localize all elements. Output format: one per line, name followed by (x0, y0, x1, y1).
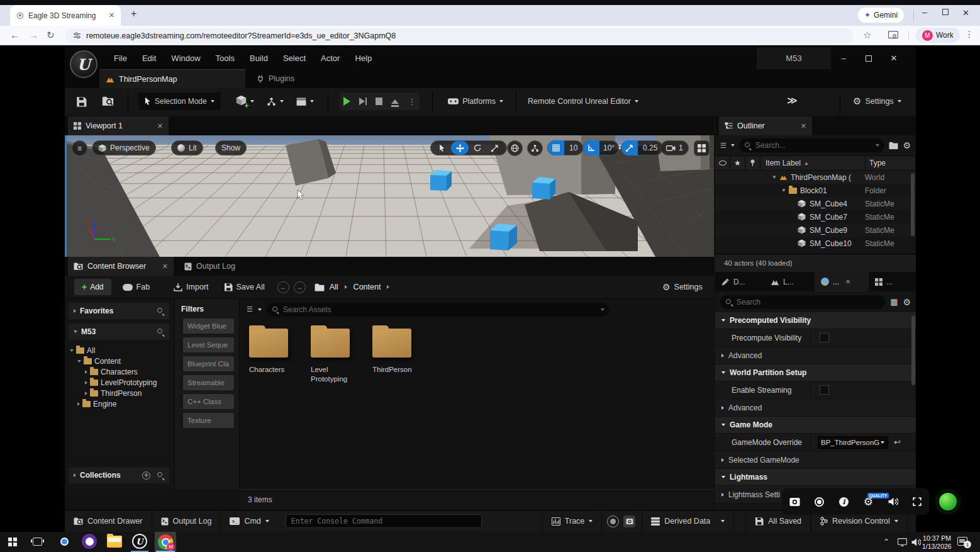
checkbox[interactable] (820, 333, 829, 342)
github-taskbar-icon[interactable] (82, 534, 98, 550)
window-close-button[interactable]: ✕ (962, 8, 969, 18)
asset-folder-levelprototyping[interactable]: Level Prototyping (311, 329, 355, 384)
chevron-down-icon[interactable] (876, 144, 879, 147)
new-tab-button[interactable]: + (131, 8, 136, 20)
tab-plugins[interactable]: Plugins (250, 69, 317, 88)
menu-help[interactable]: Help (347, 47, 379, 69)
camera-speed-control[interactable]: 1 (660, 140, 689, 155)
menu-tools[interactable]: Tools (208, 47, 242, 69)
camera-capture-icon[interactable] (623, 515, 635, 527)
fab-button[interactable]: Fab (115, 276, 158, 299)
cmd-dropdown[interactable]: >_ Cmd (221, 510, 277, 532)
close-icon[interactable]: ✕ (162, 262, 168, 271)
tree-content[interactable]: Content (65, 356, 173, 366)
angle-snap-value[interactable]: 10° (599, 140, 618, 155)
save-icon[interactable] (76, 96, 87, 107)
reset-icon[interactable]: ↩ (894, 437, 901, 447)
quality-settings-icon[interactable]: ⚙QUALITY (864, 495, 873, 509)
settings-dropdown[interactable]: ⚙ Settings (847, 88, 908, 115)
add-collection-icon[interactable]: + (142, 471, 150, 480)
move-tool[interactable] (451, 141, 469, 155)
filter-cpp-class[interactable]: C++ Class (180, 394, 234, 409)
favorites-header[interactable]: Favorites (69, 303, 169, 319)
filter-texture[interactable]: Texture (180, 413, 234, 428)
eject-button[interactable] (391, 99, 399, 104)
category-precomputed-visibility[interactable]: Precomputed Visibility (715, 312, 916, 329)
output-log-button[interactable]: Output Log (152, 510, 221, 532)
asset-folder-characters[interactable]: Characters (249, 329, 293, 375)
select-tool[interactable] (433, 140, 451, 155)
import-button[interactable]: Import (166, 276, 216, 299)
category-game-mode[interactable]: Game Mode (715, 417, 916, 434)
property-matrix-icon[interactable]: ▦ (890, 297, 898, 307)
back-nav-icon[interactable]: ← (277, 281, 289, 293)
start-button[interactable] (8, 538, 17, 546)
surface-snap-button[interactable] (527, 140, 543, 156)
speaker-icon[interactable] (888, 497, 898, 506)
platforms-dropdown[interactable]: Platforms (442, 88, 509, 115)
perspective-dropdown[interactable]: Perspective (92, 140, 156, 155)
fullscreen-icon[interactable] (913, 497, 922, 506)
outliner-row-cube9[interactable]: SM_Cube9 StaticMe (715, 223, 916, 237)
back-icon[interactable]: ← (10, 30, 19, 40)
viewport-maximize-button[interactable] (694, 140, 710, 156)
output-log-tab[interactable]: Output Log (179, 257, 253, 276)
editor-maximize-button[interactable] (856, 47, 881, 69)
filter-icon[interactable]: ☰ (720, 142, 727, 150)
close-icon[interactable]: ✕ (845, 278, 850, 285)
grid-snap-control[interactable]: 10 (547, 140, 583, 155)
scale-tool[interactable] (486, 140, 504, 155)
breadcrumb-all[interactable]: All (330, 283, 338, 291)
outliner-row-thirdpersonmap[interactable]: ▼ ThirdPersonMap ( World (715, 171, 916, 184)
menu-edit[interactable]: Edit (135, 47, 164, 69)
visibility-column-icon[interactable] (715, 155, 730, 171)
unreal-logo[interactable]: U (70, 50, 97, 78)
trace-dropdown[interactable]: Trace (542, 510, 603, 532)
info-icon[interactable]: i (839, 497, 849, 507)
derived-data-dropdown[interactable]: Derived Data (642, 510, 734, 532)
pin-column-icon[interactable] (745, 155, 760, 171)
bookmark-star-icon[interactable]: ☆ (863, 30, 871, 41)
asset-search-input[interactable] (283, 305, 597, 314)
gear-icon[interactable]: ⚙ (903, 140, 911, 150)
category-world-partition[interactable]: World Partition Setup (715, 364, 916, 381)
filter-streamable[interactable]: Streamable (180, 375, 234, 390)
outliner-search[interactable] (739, 138, 885, 152)
checkbox[interactable] (820, 385, 829, 395)
console-input[interactable] (291, 517, 476, 526)
collections-header[interactable]: Collections + (69, 467, 169, 483)
details-scrollbar[interactable] (911, 316, 915, 385)
volume-icon[interactable] (911, 538, 921, 546)
add-actor-button[interactable]: + (230, 88, 260, 115)
tree-characters[interactable]: Characters (65, 366, 173, 377)
viewport-3d[interactable]: Y x ≡ Perspective Lit Show 10 (65, 135, 714, 257)
show-dropdown[interactable]: Show (215, 140, 247, 155)
scale-snap-value[interactable]: 0.25 (638, 140, 662, 155)
menu-actor[interactable]: Actor (313, 47, 347, 69)
group-advanced-1[interactable]: Advanced (715, 347, 916, 364)
details-search[interactable] (720, 295, 885, 309)
item-label-column[interactable]: Item Label▲ (760, 155, 866, 171)
forward-nav-icon[interactable]: → (294, 281, 306, 293)
notification-icon[interactable]: 1 (957, 537, 967, 546)
asset-folder-thirdperson[interactable]: ThirdPerson (372, 329, 423, 375)
tab-details[interactable]: D... (715, 272, 764, 291)
menu-build[interactable]: Build (242, 47, 276, 69)
outliner-scrollbar[interactable] (911, 173, 915, 236)
forward-icon[interactable]: → (29, 30, 38, 40)
outliner-row-cube7[interactable]: SM_Cube7 StaticMe (715, 210, 916, 223)
outliner-row-cube10[interactable]: SM_Cube10 StaticMe (715, 237, 916, 250)
browse-content-icon[interactable] (102, 96, 114, 106)
skip-button[interactable] (359, 98, 367, 105)
tab-levels[interactable]: L... (764, 272, 815, 291)
menu-file[interactable]: File (106, 47, 135, 69)
address-bar[interactable]: remoteue.eagle3dstreaming.com/remoteedit… (65, 28, 853, 43)
menu-select[interactable]: Select (276, 47, 313, 69)
browser-menu-icon[interactable]: ⋮ (965, 29, 974, 39)
browser-tab[interactable]: ⦿ Eagle 3D Streaming ✕ (10, 5, 121, 26)
blueprints-button[interactable] (260, 88, 290, 115)
screenshot-camera-icon[interactable] (789, 498, 800, 506)
cb-settings-dropdown[interactable]: ⚙ Settings (655, 276, 710, 299)
content-browser-tab[interactable]: Content Browser ✕ (68, 257, 174, 276)
camera-speed-value[interactable]: 1 (679, 144, 683, 152)
